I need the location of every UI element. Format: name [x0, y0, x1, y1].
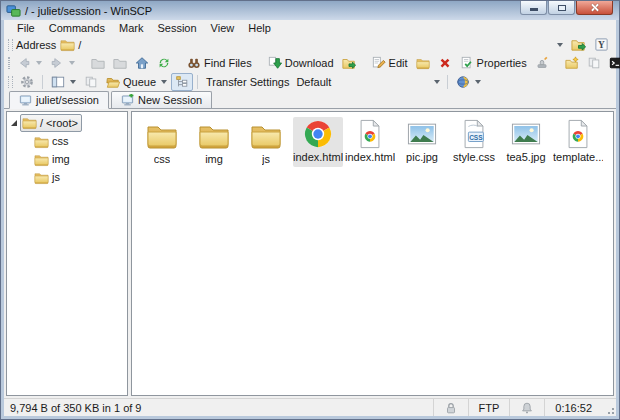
find-files-button[interactable]: Find Files	[183, 54, 256, 72]
file-name: index.html	[293, 151, 343, 163]
file-item-css[interactable]: css	[137, 117, 187, 167]
toolbar-gripper[interactable]	[8, 57, 10, 69]
menu-view[interactable]: View	[204, 21, 242, 35]
properties-button[interactable]: Properties	[456, 54, 531, 72]
forward-button[interactable]	[46, 54, 79, 72]
open-button[interactable]	[412, 54, 434, 72]
session-monitor-icon	[19, 94, 32, 107]
minimize-button[interactable]	[520, 1, 547, 15]
create-directory-button[interactable]	[561, 54, 583, 72]
close-button[interactable]	[576, 1, 613, 15]
resize-grip[interactable]	[602, 399, 616, 416]
file-item-template[interactable]: template....	[553, 117, 603, 167]
console-icon	[609, 56, 620, 70]
chevron-down-icon	[475, 80, 481, 84]
security-cell	[433, 399, 468, 416]
menu-bar: File Commands Mark Session View Help	[4, 20, 616, 36]
session-timer: 0:16:52	[555, 402, 592, 414]
queue-icon	[106, 75, 120, 89]
file-item-style-css[interactable]: style.css	[449, 117, 499, 167]
chevron-down-icon	[36, 61, 42, 65]
toolbar-gripper[interactable]	[8, 39, 13, 51]
address-bar: Address /	[4, 36, 616, 53]
root-directory-button[interactable]	[109, 54, 131, 72]
maximize-button[interactable]	[548, 1, 575, 15]
file-name: tea5.jpg	[506, 151, 545, 163]
image-icon	[407, 119, 437, 149]
queue-button[interactable]: Queue	[102, 73, 171, 91]
menu-file[interactable]: File	[10, 21, 42, 35]
toolbar-gripper[interactable]	[8, 76, 13, 88]
image-icon	[511, 119, 541, 149]
find-files-label: Find Files	[204, 57, 252, 69]
tab-juliet-session[interactable]: juliet/session	[9, 91, 109, 109]
window-title: / - juliet/session - WinSCP	[25, 5, 152, 17]
download-button[interactable]: Download	[264, 54, 338, 72]
tree-toggle-button[interactable]	[171, 73, 193, 91]
refresh-button[interactable]	[153, 54, 175, 72]
menu-mark[interactable]: Mark	[112, 21, 150, 35]
console-button[interactable]	[605, 54, 620, 72]
menu-help[interactable]: Help	[241, 21, 278, 35]
chevron-down-icon	[434, 80, 440, 84]
address-path[interactable]: /	[78, 39, 81, 51]
preferences-button[interactable]	[16, 73, 38, 91]
home-icon	[135, 56, 149, 70]
folder-icon	[146, 119, 178, 151]
protocol-label: FTP	[479, 402, 500, 414]
folder-icon	[250, 119, 282, 151]
filter-button[interactable]	[590, 35, 613, 54]
custom-command-icon	[535, 56, 549, 70]
back-button[interactable]	[13, 54, 46, 72]
new-folder-icon	[565, 56, 579, 70]
transfer-settings-combo[interactable]: Default	[293, 74, 443, 89]
tree-item-root[interactable]: / <root>	[7, 114, 127, 132]
folder-icon	[34, 170, 49, 185]
menu-commands[interactable]: Commands	[42, 21, 112, 35]
properties-icon	[460, 56, 474, 70]
folder-icon	[34, 134, 49, 149]
minimize-icon	[530, 8, 538, 11]
custom-command-button[interactable]	[531, 54, 553, 72]
address-label: Address	[16, 39, 56, 51]
file-name: style.css	[453, 151, 495, 163]
file-item-pic-jpg[interactable]: pic.jpg	[397, 117, 447, 167]
tree-expander-icon[interactable]	[11, 120, 17, 126]
copy-button[interactable]	[583, 54, 605, 72]
title-bar[interactable]: / - juliet/session - WinSCP	[1, 1, 619, 20]
menu-session[interactable]: Session	[150, 21, 203, 35]
edit-button[interactable]: Edit	[368, 54, 412, 72]
tree-item-label: css	[52, 135, 69, 147]
refresh-icon	[157, 56, 171, 70]
file-item-index-html[interactable]: index.html	[293, 117, 343, 167]
folder-icon	[198, 119, 230, 151]
tab-new-session[interactable]: New Session	[111, 91, 212, 108]
file-item-img[interactable]: img	[189, 117, 239, 167]
chevron-down-icon	[161, 80, 167, 84]
address-dropdown-button[interactable]	[551, 41, 567, 49]
file-item-index-html-2[interactable]: index.html...	[345, 117, 395, 167]
file-item-tea5-jpg[interactable]: tea5.jpg	[501, 117, 551, 167]
tree-item-js[interactable]: js	[7, 168, 127, 186]
transfer-options-button[interactable]	[452, 73, 485, 91]
main-area: / <root> css img js	[4, 109, 616, 398]
delete-button[interactable]	[434, 54, 456, 72]
timer-cell: 0:16:52	[544, 399, 602, 416]
download-icon	[268, 56, 282, 70]
open-directory-button[interactable]	[567, 35, 590, 54]
session-tab-bar: juliet/session New Session	[4, 91, 616, 109]
tree-item-css[interactable]: css	[7, 132, 127, 150]
chevron-down-icon	[70, 80, 76, 84]
panels-layout-button[interactable]	[47, 73, 80, 91]
download-to-button[interactable]	[338, 54, 360, 72]
disabled-doc-button[interactable]	[80, 73, 102, 91]
file-name: css	[154, 153, 171, 165]
gear-icon	[20, 75, 34, 89]
tree-item-img[interactable]: img	[7, 150, 127, 168]
parent-directory-button[interactable]	[87, 54, 109, 72]
home-directory-button[interactable]	[131, 54, 153, 72]
forward-icon	[50, 56, 64, 70]
file-item-js[interactable]: js	[241, 117, 291, 167]
filter-icon	[594, 37, 609, 52]
copy-icon	[587, 56, 601, 70]
